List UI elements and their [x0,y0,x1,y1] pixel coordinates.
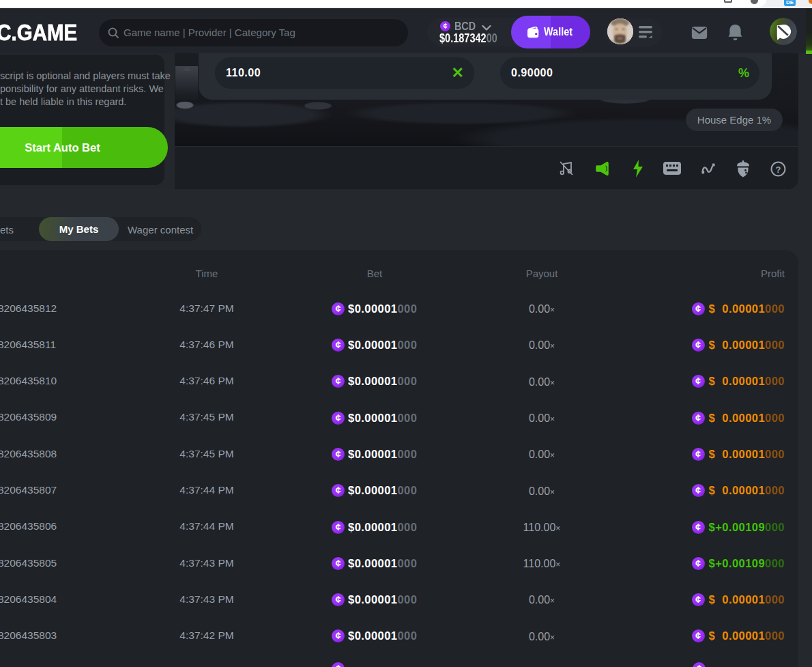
svg-text:?: ? [776,165,781,175]
